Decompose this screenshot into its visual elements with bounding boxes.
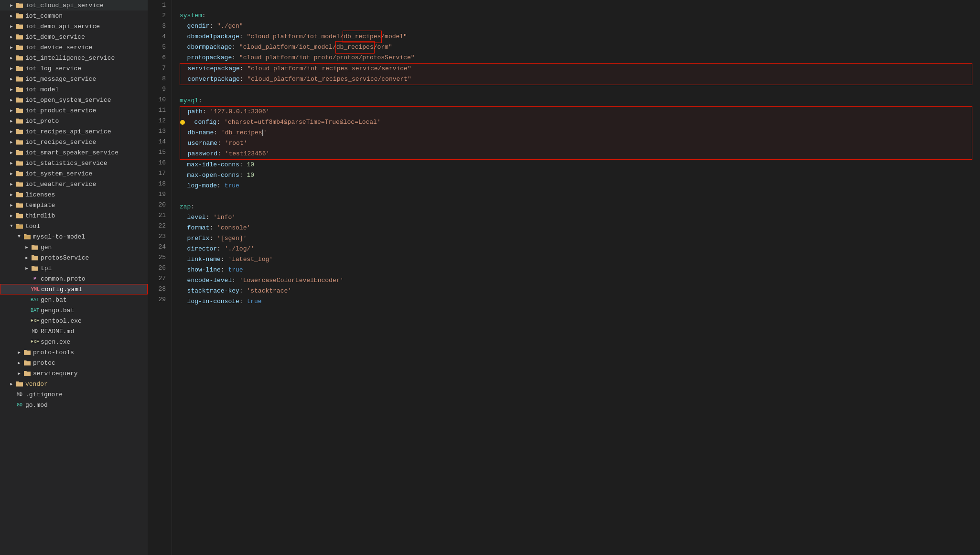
yaml-key: protopackage xyxy=(187,53,232,63)
sidebar-item-iot_system_service[interactable]: ▶iot_system_service xyxy=(0,168,148,179)
expand-arrow[interactable]: ▶ xyxy=(15,350,23,355)
expand-arrow[interactable]: ▶ xyxy=(8,381,15,387)
expand-arrow[interactable]: ▶ xyxy=(8,140,15,145)
expand-arrow[interactable]: ▶ xyxy=(8,108,15,113)
expand-arrow[interactable]: ▶ xyxy=(8,87,15,92)
sidebar-item-proto-tools[interactable]: ▶proto-tools xyxy=(0,347,148,358)
sidebar-item-label: iot_recipes_api_service xyxy=(25,128,111,135)
expand-arrow[interactable]: ▶ xyxy=(8,34,15,40)
expand-arrow[interactable]: ▶ xyxy=(8,129,15,134)
expand-arrow[interactable]: ▶ xyxy=(15,360,23,366)
sidebar-item-iot_proto[interactable]: ▶iot_proto xyxy=(0,116,148,126)
sidebar-item-tool[interactable]: ▼tool xyxy=(0,221,148,231)
code-line-26: show-line: true xyxy=(180,265,972,275)
sidebar-item-common.proto[interactable]: Pcommon.proto xyxy=(0,273,148,284)
yaml-key: password xyxy=(188,149,217,159)
yaml-key: path xyxy=(188,107,203,117)
expand-arrow[interactable]: ▶ xyxy=(8,13,15,19)
folder-icon xyxy=(15,180,24,188)
line-number-27: 27 xyxy=(152,273,166,284)
expand-arrow[interactable]: ▶ xyxy=(8,203,15,208)
sidebar-item-sgen.exe[interactable]: EXEsgen.exe xyxy=(0,337,148,347)
sidebar-item-README.md[interactable]: MDREADME.md xyxy=(0,326,148,337)
code-line-5: dbormpackage: "cloud_platform/iot_model/… xyxy=(180,42,972,53)
sidebar-item-protosService[interactable]: ▶protosService xyxy=(0,252,148,263)
sidebar-item-iot_common[interactable]: ▶iot_common xyxy=(0,11,148,21)
expand-arrow[interactable]: ▶ xyxy=(8,66,15,71)
folder-icon xyxy=(15,159,24,167)
sidebar-item-iot_statistics_service[interactable]: ▶iot_statistics_service xyxy=(0,158,148,168)
expand-arrow[interactable]: ▶ xyxy=(8,171,15,176)
expand-arrow[interactable]: ▶ xyxy=(8,76,15,82)
sidebar-item-iot_log_service[interactable]: ▶iot_log_service xyxy=(0,63,148,74)
yaml-key: level xyxy=(187,212,206,223)
sidebar-item-label: iot_demo_api_service xyxy=(25,23,100,30)
expand-arrow[interactable]: ▶ xyxy=(8,213,15,218)
sidebar-item-gen.bat[interactable]: BATgen.bat xyxy=(0,294,148,305)
sidebar-item-.gitignore[interactable]: MD.gitignore xyxy=(0,389,148,400)
expand-arrow[interactable]: ▼ xyxy=(8,224,15,229)
expand-arrow[interactable]: ▼ xyxy=(15,234,23,239)
sidebar-item-iot_recipes_service[interactable]: ▶iot_recipes_service xyxy=(0,137,148,147)
sidebar-item-iot_open_system_service[interactable]: ▶iot_open_system_service xyxy=(0,95,148,105)
line-number-6: 6 xyxy=(152,53,166,63)
code-line-6: protopackage: "cloud_platform/iot_proto/… xyxy=(180,53,972,63)
expand-arrow[interactable]: ▶ xyxy=(8,192,15,197)
sidebar-item-label: gengo.bat xyxy=(41,307,74,314)
folder-icon xyxy=(15,117,24,125)
sidebar-item-gen[interactable]: ▶gen xyxy=(0,242,148,252)
expand-arrow[interactable]: ▶ xyxy=(8,161,15,166)
expand-arrow[interactable]: ▶ xyxy=(8,182,15,187)
sidebar-item-iot_device_service[interactable]: ▶iot_device_service xyxy=(0,42,148,53)
sidebar-item-iot_message_service[interactable]: ▶iot_message_service xyxy=(0,74,148,84)
folder-icon xyxy=(31,264,39,272)
expand-arrow[interactable]: ▶ xyxy=(23,255,31,261)
folder-icon xyxy=(15,128,24,135)
sidebar-item-iot_model[interactable]: ▶iot_model xyxy=(0,84,148,95)
sidebar-item-iot_demo_service[interactable]: ▶iot_demo_service xyxy=(0,32,148,42)
expand-arrow[interactable]: ▶ xyxy=(8,150,15,155)
expand-arrow[interactable]: ▶ xyxy=(8,98,15,103)
expand-arrow[interactable]: ▶ xyxy=(23,245,31,250)
highlighted-word: db_recipes xyxy=(336,42,374,53)
code-line-22: format: 'console' xyxy=(180,223,972,233)
sidebar-item-licenses[interactable]: ▶licenses xyxy=(0,189,148,200)
code-line-10: mysql: xyxy=(180,96,972,106)
expand-arrow[interactable]: ▶ xyxy=(15,371,23,376)
expand-arrow[interactable]: ▶ xyxy=(23,266,31,271)
expand-arrow[interactable]: ▶ xyxy=(8,45,15,50)
sidebar-item-iot_smart_speaker_service[interactable]: ▶iot_smart_speaker_service xyxy=(0,147,148,158)
sidebar-item-label: gen xyxy=(41,244,52,251)
sidebar-item-mysql-to-model[interactable]: ▼mysql-to-model xyxy=(0,231,148,242)
sidebar-item-vendor[interactable]: ▶vendor xyxy=(0,379,148,389)
expand-arrow[interactable]: ▶ xyxy=(8,119,15,124)
code-line-1 xyxy=(180,0,972,11)
sidebar-item-config.yaml[interactable]: YMLconfig.yaml xyxy=(0,284,148,294)
sidebar-item-iot_weather_service[interactable]: ▶iot_weather_service xyxy=(0,179,148,189)
sidebar-item-servicequery[interactable]: ▶servicequery xyxy=(0,368,148,379)
folder-icon xyxy=(15,54,24,62)
code-line-14: username: 'root' xyxy=(180,138,972,149)
sidebar-item-iot_recipes_api_service[interactable]: ▶iot_recipes_api_service xyxy=(0,126,148,137)
sidebar-item-iot_product_service[interactable]: ▶iot_product_service xyxy=(0,105,148,116)
sidebar-item-protoc[interactable]: ▶protoc xyxy=(0,358,148,368)
red-group-wrapper: servicepackage: "cloud_platform/iot_reci… xyxy=(180,63,972,85)
expand-arrow[interactable]: ▶ xyxy=(8,3,15,8)
sidebar-item-iot_demo_api_service[interactable]: ▶iot_demo_api_service xyxy=(0,21,148,32)
sidebar-item-label: iot_open_system_service xyxy=(25,97,111,104)
sidebar-item-template[interactable]: ▶template xyxy=(0,200,148,210)
sidebar-item-iot_cloud_api_service[interactable]: ▶iot_cloud_api_service xyxy=(0,0,148,11)
sidebar-item-gentool.exe[interactable]: EXEgentool.exe xyxy=(0,316,148,326)
file-explorer[interactable]: ▶iot_cloud_api_service▶iot_common▶iot_de… xyxy=(0,0,148,555)
sidebar-item-go.mod[interactable]: GOgo.mod xyxy=(0,400,148,410)
sidebar-item-tpl[interactable]: ▶tpl xyxy=(0,263,148,273)
line-number-3: 3 xyxy=(152,21,166,32)
sidebar-item-gengo.bat[interactable]: BATgengo.bat xyxy=(0,305,148,316)
line-number-18: 18⊖ xyxy=(152,179,166,189)
file-md-icon: MD xyxy=(15,391,24,398)
expand-arrow[interactable]: ▶ xyxy=(8,55,15,61)
sidebar-item-iot_intelligence_service[interactable]: ▶iot_intelligence_service xyxy=(0,53,148,63)
expand-arrow[interactable]: ▶ xyxy=(8,24,15,29)
sidebar-item-label: tool xyxy=(25,223,40,230)
sidebar-item-thirdlib[interactable]: ▶thirdlib xyxy=(0,210,148,221)
